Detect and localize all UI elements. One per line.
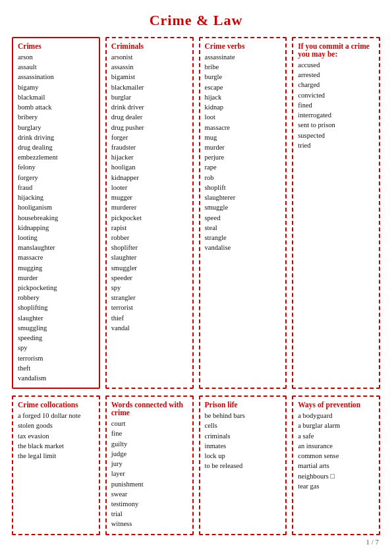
list-item: assassinate	[205, 52, 281, 62]
list-item: a forged 10 dollar note	[18, 411, 94, 421]
list-item: fine	[111, 428, 188, 438]
crime-collocations-list: a forged 10 dollar notestolen goodstax e…	[18, 411, 94, 461]
crime-collocations-title: Crime collocations	[18, 401, 94, 409]
list-item: kidnapping	[18, 223, 94, 233]
list-item: strangle	[205, 233, 281, 243]
list-item: mug	[205, 132, 281, 142]
list-item: slaughterer	[205, 192, 281, 202]
list-item: drug dealer	[111, 112, 188, 122]
list-item: punishment	[111, 479, 188, 489]
list-item: bigamist	[111, 72, 188, 82]
criminals-list: arsonistassassinbigamistblackmailerburgl…	[111, 52, 188, 333]
list-item: forgery	[18, 173, 94, 183]
list-item: escape	[205, 82, 281, 92]
if-you-commit-box: If you commit a crime you may be: accuse…	[292, 37, 380, 389]
page-title: Crime & Law	[12, 12, 380, 29]
list-item: rob	[205, 173, 281, 183]
list-item: the black market	[18, 441, 94, 451]
list-item: massacre	[18, 252, 94, 262]
list-item: vandal	[111, 323, 188, 333]
list-item: drink driver	[111, 102, 188, 112]
list-item: blackmailer	[111, 82, 188, 92]
list-item: a bodyguard	[298, 411, 374, 421]
list-item: a safe	[298, 431, 374, 441]
list-item: fined	[298, 100, 374, 110]
prison-life-title: Prison life	[205, 401, 281, 409]
list-item: trial	[111, 509, 188, 519]
ways-prevention-box: Ways of prevention a bodyguarda burglar …	[292, 395, 380, 535]
list-item: testimony	[111, 499, 188, 509]
list-item: jury	[111, 459, 188, 469]
list-item: terrorist	[111, 303, 188, 312]
list-item: burgle	[205, 72, 281, 82]
list-item: theft	[18, 363, 94, 373]
list-item: hooligan	[111, 162, 188, 172]
list-item: interrogated	[298, 110, 374, 120]
list-item: hijacker	[111, 152, 188, 162]
list-item: mugging	[18, 263, 94, 273]
crimes-title: Crimes	[18, 42, 94, 50]
words-connected-title: Words connected with crime	[111, 401, 188, 417]
list-item: perjure	[205, 152, 281, 162]
list-item: inmates	[205, 441, 281, 451]
list-item: be behind bars	[205, 411, 281, 421]
list-item: fraud	[18, 183, 94, 192]
list-item: bigamy	[18, 82, 94, 92]
list-item: assassination	[18, 72, 94, 82]
list-item: lock up	[205, 451, 281, 461]
list-item: kidnapper	[111, 173, 188, 183]
list-item: layer	[111, 469, 188, 479]
list-item: steal	[205, 223, 281, 233]
list-item: smuggler	[111, 263, 188, 273]
list-item: common sense	[298, 451, 374, 461]
bottom-grid: Crime collocations a forged 10 dollar no…	[12, 395, 380, 535]
list-item: a burglar alarm	[298, 421, 374, 430]
list-item: to be released	[205, 461, 281, 471]
list-item: arrested	[298, 70, 374, 80]
list-item: blackmail	[18, 92, 94, 102]
list-item: drink driving	[18, 132, 94, 142]
list-item: an insurance	[298, 441, 374, 451]
list-item: strangler	[111, 293, 188, 303]
list-item: accused	[298, 60, 374, 70]
list-item: murder	[18, 273, 94, 283]
list-item: suspected	[298, 131, 374, 140]
prison-life-list: be behind barscellscriminalsinmateslock …	[205, 411, 281, 471]
list-item: bribery	[18, 112, 94, 122]
crimes-box: Crimes arsonassaultassassinationbigamybl…	[12, 37, 100, 389]
list-item: assault	[18, 62, 94, 72]
list-item: neighbours □	[298, 471, 374, 481]
crimes-list: arsonassaultassassinationbigamyblackmail…	[18, 52, 94, 383]
list-item: shoplift	[205, 183, 281, 192]
list-item: vandalism	[18, 373, 94, 383]
ways-prevention-list: a bodyguarda burglar alarma safean insur…	[298, 411, 374, 491]
crime-verbs-title: Crime verbs	[205, 42, 281, 50]
if-you-commit-title: If you commit a crime you may be:	[298, 42, 374, 58]
list-item: fraudster	[111, 142, 188, 152]
list-item: hijacking	[18, 192, 94, 202]
page-number: 1 / 7	[366, 538, 379, 546]
list-item: speed	[205, 213, 281, 223]
list-item: spy	[111, 283, 188, 293]
if-you-commit-list: accusedarrestedchargedconvictedfinedinte…	[298, 60, 374, 150]
list-item: shoplifting	[18, 303, 94, 312]
list-item: swear	[111, 489, 188, 499]
list-item: judge	[111, 449, 188, 459]
list-item: felony	[18, 162, 94, 172]
ways-prevention-title: Ways of prevention	[298, 401, 374, 409]
list-item: bribe	[205, 62, 281, 72]
list-item: manslaughter	[18, 243, 94, 252]
list-item: looting	[18, 233, 94, 243]
list-item: arson	[18, 52, 94, 62]
list-item: murderer	[111, 202, 188, 212]
list-item: martial arts	[298, 461, 374, 471]
list-item: murder	[205, 142, 281, 152]
list-item: forger	[111, 132, 188, 142]
list-item: looter	[111, 183, 188, 192]
words-connected-list: courtfineguiltyjudgejurylayerpunishments…	[111, 419, 188, 529]
list-item: robbery	[18, 293, 94, 303]
list-item: rapist	[111, 223, 188, 233]
list-item: smuggling	[18, 323, 94, 333]
list-item: pickpocketing	[18, 283, 94, 293]
list-item: slaughter	[18, 313, 94, 323]
